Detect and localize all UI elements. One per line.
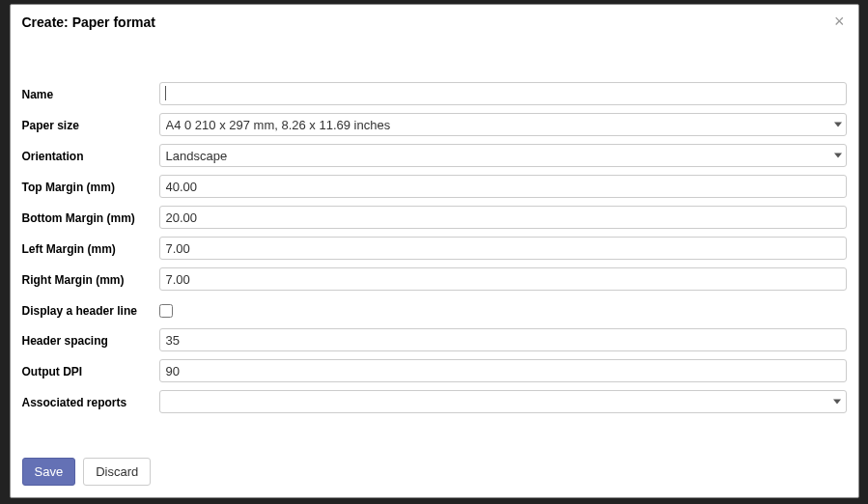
label-top-margin: Top Margin (mm) bbox=[22, 175, 159, 194]
label-right-margin: Right Margin (mm) bbox=[22, 267, 159, 287]
create-paper-format-dialog: Create: Paper format × Name Paper size A… bbox=[10, 4, 859, 498]
bottom-margin-input[interactable] bbox=[159, 206, 847, 229]
row-name: Name bbox=[22, 82, 847, 105]
text-cursor bbox=[165, 86, 166, 100]
orientation-select[interactable]: Landscape bbox=[159, 144, 847, 167]
row-left-margin: Left Margin (mm) bbox=[22, 237, 847, 260]
label-orientation: Orientation bbox=[22, 144, 159, 163]
name-input[interactable] bbox=[159, 82, 847, 105]
row-paper-size: Paper size A4 0 210 x 297 mm, 8.26 x 11.… bbox=[22, 113, 847, 136]
label-header-spacing: Header spacing bbox=[22, 328, 159, 348]
save-button[interactable]: Save bbox=[22, 458, 76, 486]
label-left-margin: Left Margin (mm) bbox=[22, 237, 159, 256]
display-header-checkbox[interactable] bbox=[159, 304, 173, 318]
dialog-header: Create: Paper format × bbox=[11, 5, 858, 40]
row-orientation: Orientation Landscape bbox=[22, 144, 847, 167]
label-display-header: Display a header line bbox=[22, 298, 159, 318]
paper-size-select[interactable]: A4 0 210 x 297 mm, 8.26 x 11.69 inches bbox=[159, 113, 847, 136]
label-name: Name bbox=[22, 82, 159, 101]
close-icon[interactable]: × bbox=[832, 14, 847, 28]
label-bottom-margin: Bottom Margin (mm) bbox=[22, 206, 159, 225]
left-margin-input[interactable] bbox=[159, 237, 847, 260]
output-dpi-input[interactable] bbox=[159, 359, 847, 382]
label-output-dpi: Output DPI bbox=[22, 359, 159, 378]
associated-reports-select[interactable] bbox=[159, 390, 847, 413]
label-associated-reports: Associated reports bbox=[22, 390, 159, 409]
row-top-margin: Top Margin (mm) bbox=[22, 175, 847, 198]
row-display-header: Display a header line bbox=[22, 298, 847, 321]
row-bottom-margin: Bottom Margin (mm) bbox=[22, 206, 847, 229]
row-associated-reports: Associated reports bbox=[22, 390, 847, 413]
header-spacing-input[interactable] bbox=[159, 328, 847, 351]
row-header-spacing: Header spacing bbox=[22, 328, 847, 351]
row-right-margin: Right Margin (mm) bbox=[22, 267, 847, 291]
dialog-body: Name Paper size A4 0 210 x 297 mm, 8.26 … bbox=[11, 40, 858, 446]
row-output-dpi: Output DPI bbox=[22, 359, 847, 382]
dialog-footer: Save Discard bbox=[11, 446, 858, 497]
label-paper-size: Paper size bbox=[22, 113, 159, 132]
top-margin-input[interactable] bbox=[159, 175, 847, 198]
right-margin-input[interactable] bbox=[159, 267, 847, 291]
chevron-down-icon bbox=[833, 400, 841, 405]
dialog-title: Create: Paper format bbox=[22, 14, 156, 30]
discard-button[interactable]: Discard bbox=[83, 458, 151, 486]
